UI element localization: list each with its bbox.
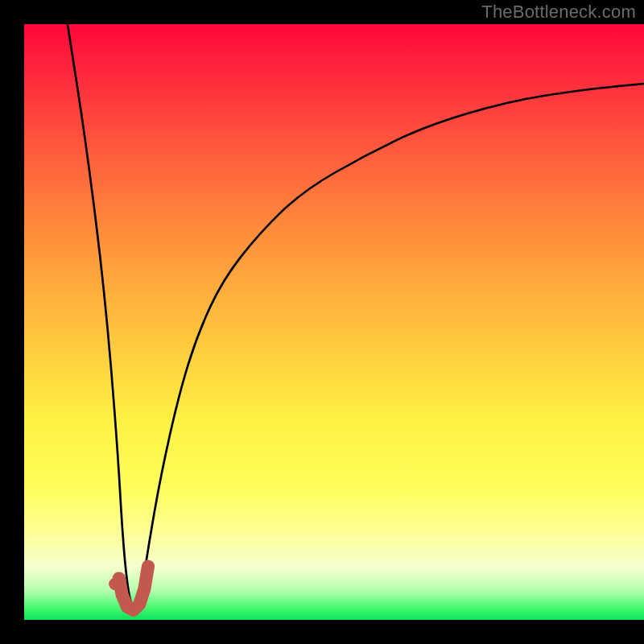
chart-gradient-background [24,24,644,620]
chart-frame: TheBottleneck.com [0,0,644,644]
watermark-text: TheBottleneck.com [481,2,636,23]
